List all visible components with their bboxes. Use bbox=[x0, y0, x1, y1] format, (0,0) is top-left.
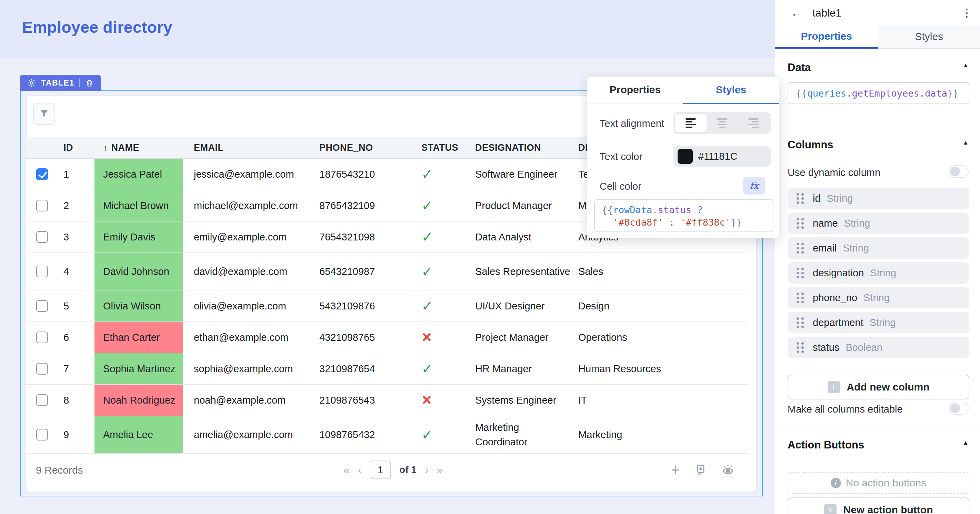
row-checkbox[interactable] bbox=[36, 394, 48, 406]
popover-tab-bar: Properties Styles bbox=[587, 76, 779, 103]
cell-status: ✓ bbox=[410, 416, 466, 454]
cell-email: jessica@example.com bbox=[183, 159, 310, 190]
cell-phone-no: 3210987654 bbox=[310, 353, 410, 385]
check-icon: ✓ bbox=[422, 229, 433, 245]
row-checkbox[interactable] bbox=[36, 168, 48, 180]
text-color-label: Text color bbox=[600, 151, 643, 162]
column-pill-phone_no[interactable]: phone_noString bbox=[788, 287, 969, 309]
trash-icon[interactable] bbox=[85, 79, 94, 87]
drag-handle-icon[interactable] bbox=[797, 342, 799, 345]
no-action-buttons-placeholder: i No action buttons bbox=[788, 472, 969, 494]
filter-button[interactable] bbox=[33, 103, 55, 125]
column-pill-type: String bbox=[844, 218, 870, 229]
column-header-designation[interactable]: DESIGNATION bbox=[466, 137, 573, 159]
row-checkbox[interactable] bbox=[36, 331, 48, 343]
column-pill-designation[interactable]: designationString bbox=[788, 262, 969, 283]
column-header-id[interactable]: ID bbox=[58, 137, 94, 159]
row-checkbox[interactable] bbox=[36, 363, 48, 375]
cell-phone-no: 1876543210 bbox=[310, 159, 410, 190]
drag-handle-icon[interactable] bbox=[797, 243, 799, 245]
row-checkbox-cell bbox=[26, 221, 58, 253]
cell-department: Sales bbox=[573, 253, 748, 290]
check-icon: ✓ bbox=[422, 298, 433, 314]
row-checkbox[interactable] bbox=[36, 200, 48, 212]
next-page-button[interactable]: › bbox=[425, 464, 429, 476]
drag-handle-icon[interactable] bbox=[797, 218, 799, 220]
align-right-button[interactable] bbox=[738, 114, 769, 132]
cell-name: Sophia Martinez bbox=[94, 353, 183, 385]
row-checkbox-cell bbox=[26, 385, 58, 416]
column-pill-name[interactable]: nameString bbox=[788, 213, 969, 234]
column-pill-name: department bbox=[813, 317, 864, 328]
cell-status: ✕ bbox=[410, 322, 466, 353]
table-widget-chip[interactable]: TABLE1 bbox=[20, 75, 101, 91]
column-pill-type: String bbox=[864, 292, 890, 304]
last-page-button[interactable]: » bbox=[437, 464, 443, 476]
column-pill-type: Boolean bbox=[846, 342, 882, 353]
column-pill-type: String bbox=[870, 317, 896, 328]
back-button[interactable]: ← bbox=[791, 6, 802, 20]
column-header-status[interactable]: STATUS bbox=[410, 137, 466, 159]
cell-color-code-editor[interactable]: {{rowData.status ? '#8cda8f' : '#ff838c'… bbox=[594, 199, 773, 232]
popover-tab-properties[interactable]: Properties bbox=[587, 76, 683, 103]
pane-tab-properties[interactable]: Properties bbox=[775, 25, 878, 49]
fx-button[interactable]: fx bbox=[743, 177, 765, 194]
pane-tab-styles[interactable]: Styles bbox=[878, 25, 980, 49]
columns-collapse-icon[interactable]: ▲ bbox=[963, 139, 969, 146]
column-pill-id[interactable]: idString bbox=[788, 188, 969, 209]
prev-page-button[interactable]: ‹ bbox=[358, 464, 361, 476]
column-pill-name: email bbox=[813, 242, 837, 254]
row-checkbox[interactable] bbox=[36, 231, 48, 243]
check-icon: ✓ bbox=[422, 198, 433, 213]
first-page-button[interactable]: « bbox=[344, 464, 350, 476]
align-center-button[interactable] bbox=[706, 114, 738, 132]
cell-status: ✓ bbox=[410, 253, 466, 290]
text-color-input[interactable]: #11181C bbox=[673, 146, 771, 167]
editable-columns-toggle[interactable] bbox=[949, 401, 969, 415]
gear-icon[interactable] bbox=[27, 78, 36, 88]
row-checkbox[interactable] bbox=[36, 429, 48, 441]
data-collapse-icon[interactable]: ▲ bbox=[963, 62, 969, 69]
use-dynamic-column-toggle[interactable] bbox=[949, 165, 969, 178]
action-buttons-section-title[interactable]: Action Buttons bbox=[788, 439, 864, 451]
cell-email: sophia@example.com bbox=[183, 353, 310, 385]
cell-phone-no: 7654321098 bbox=[310, 221, 410, 253]
data-binding-input[interactable]: {{queries.getEmployees.data}} bbox=[788, 82, 969, 104]
row-checkbox[interactable] bbox=[36, 266, 48, 277]
new-action-button[interactable]: + New action button bbox=[788, 497, 969, 514]
column-pill-department[interactable]: departmentString bbox=[788, 312, 969, 333]
data-section-title[interactable]: Data bbox=[788, 61, 811, 74]
cell-name: Emily Davis bbox=[94, 221, 183, 253]
cross-icon: ✕ bbox=[422, 393, 433, 408]
eye-icon[interactable] bbox=[721, 463, 735, 476]
add-new-column-button[interactable]: + Add new column bbox=[788, 375, 969, 399]
text-color-swatch[interactable] bbox=[678, 149, 693, 164]
popover-tab-styles[interactable]: Styles bbox=[683, 76, 779, 103]
align-left-button[interactable] bbox=[675, 114, 706, 132]
cell-status: ✓ bbox=[410, 221, 466, 253]
cell-phone-no: 2109876543 bbox=[310, 385, 410, 416]
column-header-name[interactable]: ↑NAME bbox=[94, 137, 183, 159]
column-pill-type: String bbox=[827, 193, 853, 204]
check-icon: ✓ bbox=[422, 264, 433, 279]
download-button[interactable] bbox=[694, 464, 707, 476]
cell-email: amelia@example.com bbox=[183, 416, 310, 454]
column-pill-status[interactable]: statusBoolean bbox=[788, 337, 969, 358]
cell-email: noah@example.com bbox=[183, 385, 310, 416]
drag-handle-icon[interactable] bbox=[797, 193, 799, 196]
columns-section-title[interactable]: Columns bbox=[788, 138, 834, 151]
column-header-email[interactable]: EMAIL bbox=[183, 137, 310, 159]
column-header-phone_no[interactable]: PHONE_NO bbox=[310, 137, 410, 159]
column-pill-email[interactable]: emailString bbox=[788, 237, 969, 259]
kebab-menu-icon[interactable]: ⋮ bbox=[961, 6, 972, 19]
page-input[interactable] bbox=[370, 460, 391, 479]
new-action-button-label: New action button bbox=[843, 504, 933, 514]
drag-handle-icon[interactable] bbox=[797, 268, 799, 270]
row-checkbox[interactable] bbox=[36, 300, 48, 312]
cell-id: 5 bbox=[58, 290, 94, 322]
drag-handle-icon[interactable] bbox=[797, 317, 799, 320]
widget-name-title[interactable]: table1 bbox=[812, 7, 842, 19]
cell-department: Human Resources bbox=[573, 353, 748, 385]
action-buttons-collapse-icon[interactable]: ▲ bbox=[963, 439, 969, 446]
drag-handle-icon[interactable] bbox=[797, 293, 799, 295]
